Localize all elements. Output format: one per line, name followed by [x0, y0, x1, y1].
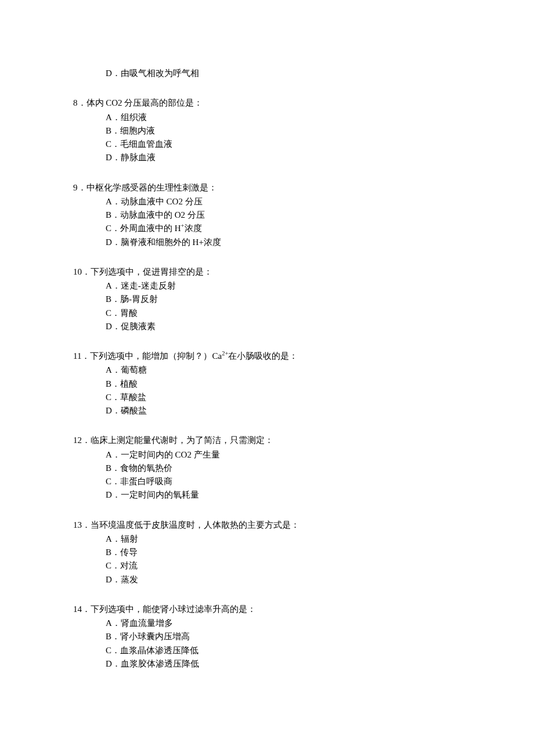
option-d: D．血浆胶体渗透压降低 — [106, 657, 461, 671]
option-text: 肠-胃反射 — [120, 294, 158, 304]
option-text: 血浆晶体渗透压降低 — [120, 646, 199, 655]
option-text: 由吸气相改为呼气相 — [121, 69, 199, 78]
option-d: D．磷酸盐 — [106, 404, 461, 417]
question-number: 13． — [73, 520, 91, 530]
question-text: 下列选项中，能增加（抑制？）Ca2+在小肠吸收的是： — [90, 351, 298, 361]
options-list: A．肾血流量增多 B．肾小球囊内压增高 C．血浆晶体渗透压降低 D．血浆胶体渗透… — [106, 617, 461, 671]
option-a: A．动脉血液中 CO2 分压 — [106, 195, 461, 208]
option-d: D．脑脊液和细胞外的 H+浓度 — [106, 236, 461, 249]
option-label: B． — [106, 126, 120, 135]
option-label: B． — [106, 548, 120, 557]
option-a: A．组织液 — [106, 111, 461, 124]
option-text: 细胞内液 — [120, 126, 155, 135]
option-label: C． — [106, 393, 120, 402]
option-a: A．迷走-迷走反射 — [106, 279, 461, 293]
option-b: B．食物的氧热价 — [106, 462, 461, 475]
option-label: A． — [106, 534, 121, 543]
option-c: C．草酸盐 — [106, 391, 461, 404]
options-list: A．辐射 B．传导 C．对流 D．蒸发 — [106, 532, 461, 586]
option-text: 胃酸 — [120, 308, 138, 318]
question-13: 13．当环境温度低于皮肤温度时，人体散热的主要方式是： A．辐射 B．传导 C．… — [73, 519, 461, 586]
option-text: 静脉血液 — [121, 153, 156, 162]
option-text: 磷酸盐 — [121, 406, 147, 415]
options-list: A．动脉血液中 CO2 分压 B．动脉血液中的 O2 分压 C．外周血液中的 H… — [106, 195, 461, 249]
option-text: 外周血液中的 H+浓度 — [120, 224, 202, 233]
option-c: C．非蛋白呼吸商 — [106, 475, 461, 488]
option-label: A． — [106, 450, 121, 459]
question-stem: 10．下列选项中，促进胃排空的是： — [73, 265, 461, 279]
option-text: 肾血流量增多 — [121, 618, 173, 628]
option-c: C．血浆晶体渗透压降低 — [106, 644, 461, 657]
option-label: B． — [106, 294, 120, 304]
option-text: 动脉血液中的 O2 分压 — [120, 210, 205, 219]
options-list: A．迷走-迷走反射 B．肠-胃反射 C．胃酸 D．促胰液素 — [106, 279, 461, 333]
option-b: B．动脉血液中的 O2 分压 — [106, 208, 461, 222]
option-text: 食物的氧热价 — [120, 463, 172, 473]
option-b: B．细胞内液 — [106, 124, 461, 138]
option-d: D．一定时间内的氧耗量 — [106, 488, 461, 502]
option-label: C． — [106, 561, 120, 570]
option-label: B． — [106, 632, 120, 641]
option-label: D． — [106, 153, 121, 162]
option-c: C．胃酸 — [106, 307, 461, 320]
question-number: 9． — [73, 183, 86, 192]
option-label: C． — [106, 224, 120, 233]
option-b: B．植酸 — [106, 377, 461, 391]
option-label: C． — [106, 646, 120, 655]
option-a: A．辐射 — [106, 532, 461, 546]
option-text: 葡萄糖 — [121, 365, 147, 375]
option-label: D． — [106, 490, 121, 499]
question-text: 临床上测定能量代谢时，为了简洁，只需测定： — [91, 435, 273, 445]
question-text: 当环境温度低于皮肤温度时，人体散热的主要方式是： — [91, 520, 300, 530]
option-text: 非蛋白呼吸商 — [120, 477, 172, 486]
question-14: 14．下列选项中，能使肾小球过滤率升高的是： A．肾血流量增多 B．肾小球囊内压… — [73, 603, 461, 671]
option-text: 肾小球囊内压增高 — [120, 632, 190, 641]
option-text: 传导 — [120, 548, 138, 557]
question-9: 9．中枢化学感受器的生理性刺激是： A．动脉血液中 CO2 分压 B．动脉血液中… — [73, 181, 461, 249]
question-10: 10．下列选项中，促进胃排空的是： A．迷走-迷走反射 B．肠-胃反射 C．胃酸… — [73, 265, 461, 333]
option-label: B． — [106, 210, 120, 219]
option-label: D． — [106, 322, 121, 331]
option-label: C． — [106, 477, 120, 486]
question-stem: 12．临床上测定能量代谢时，为了简洁，只需测定： — [73, 434, 461, 447]
question-12: 12．临床上测定能量代谢时，为了简洁，只需测定： A．一定时间内的 CO2 产生… — [73, 434, 461, 502]
option-text: 蒸发 — [121, 575, 138, 584]
question-11: 11．下列选项中，能增加（抑制？）Ca2+在小肠吸收的是： A．葡萄糖 B．植酸… — [73, 350, 461, 417]
question-stem: 9．中枢化学感受器的生理性刺激是： — [73, 181, 461, 195]
option-text: 血浆胶体渗透压降低 — [121, 659, 199, 668]
option-label: B． — [106, 463, 120, 473]
question-text: 体内 CO2 分压最高的部位是： — [86, 98, 203, 107]
option-label: A． — [106, 281, 121, 290]
option-text: 迷走-迷走反射 — [121, 281, 176, 290]
question-number: 14． — [73, 604, 91, 614]
option-text: 一定时间内的 CO2 产生量 — [121, 450, 220, 459]
option-label: D． — [106, 406, 121, 415]
option-label: D． — [106, 659, 121, 668]
option-label: A． — [106, 365, 121, 375]
option-text: 组织液 — [121, 113, 147, 122]
option-d: D．静脉血液 — [106, 151, 461, 164]
question-stem: 11．下列选项中，能增加（抑制？）Ca2+在小肠吸收的是： — [73, 350, 461, 363]
question-number: 12． — [73, 435, 91, 445]
option-text: 脑脊液和细胞外的 H+浓度 — [121, 237, 221, 247]
orphan-option-d: D．由吸气相改为呼气相 — [106, 67, 461, 80]
option-label: A． — [106, 113, 121, 122]
options-list: A．一定时间内的 CO2 产生量 B．食物的氧热价 C．非蛋白呼吸商 D．一定时… — [106, 448, 461, 502]
option-text: 辐射 — [121, 534, 138, 543]
option-d: D．蒸发 — [106, 573, 461, 586]
option-b: B．肠-胃反射 — [106, 293, 461, 306]
question-text: 下列选项中，促进胃排空的是： — [91, 267, 212, 276]
question-8: 8．体内 CO2 分压最高的部位是： A．组织液 B．细胞内液 C．毛细血管血液… — [73, 96, 461, 164]
option-text: 对流 — [120, 561, 138, 570]
option-c: C．对流 — [106, 559, 461, 573]
option-label: C． — [106, 308, 120, 318]
question-number: 10． — [73, 267, 91, 276]
option-b: B．传导 — [106, 546, 461, 559]
option-text: 促胰液素 — [121, 322, 156, 331]
question-stem: 13．当环境温度低于皮肤温度时，人体散热的主要方式是： — [73, 519, 461, 532]
option-text: 植酸 — [120, 379, 138, 388]
option-text: 毛细血管血液 — [120, 139, 172, 149]
question-number: 8． — [73, 98, 86, 107]
option-d: D．促胰液素 — [106, 320, 461, 333]
question-number: 11． — [73, 351, 90, 361]
